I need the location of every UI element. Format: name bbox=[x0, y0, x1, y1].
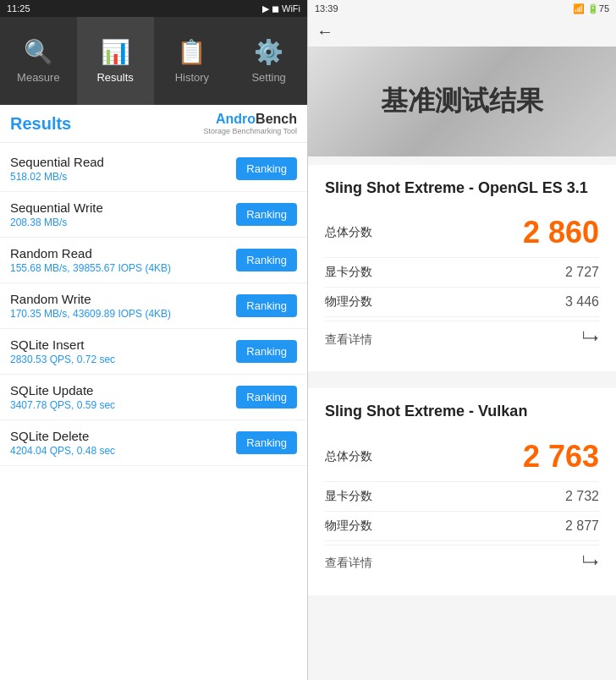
bench-random-write: Random Write 170.35 MB/s, 43609.89 IOPS … bbox=[0, 283, 307, 329]
bench-info-rand-write: Random Write 170.35 MB/s, 43609.89 IOPS … bbox=[10, 292, 171, 320]
logo-sub: Storage Benchmarking Tool bbox=[204, 127, 297, 135]
time-right: 13:39 bbox=[315, 3, 338, 14]
bench-sqlite-delete: SQLite Delete 4204.04 QPS, 0.48 sec Rank… bbox=[0, 420, 307, 466]
score-row-total-opengl: 总体分数 2 860 bbox=[325, 208, 599, 258]
ranking-btn-sqlite-update[interactable]: Ranking bbox=[236, 386, 297, 409]
score-card-title-vulkan: Sling Shot Extreme - Vulkan bbox=[325, 402, 599, 421]
nav-setting[interactable]: ⚙️ Setting bbox=[230, 17, 307, 105]
back-bar: ← bbox=[308, 17, 616, 47]
score-label-total-vulkan: 总体分数 bbox=[325, 449, 372, 464]
score-row-gpu-opengl: 显卡分数 2 727 bbox=[325, 258, 599, 288]
nav-results[interactable]: 📊 Results bbox=[77, 17, 154, 105]
left-panel: 11:25 ▶ ◼ WiFi 🔍 Measure 📊 Results 📋 His… bbox=[0, 0, 308, 680]
ranking-btn-sqlite-delete[interactable]: Ranking bbox=[236, 431, 297, 454]
bench-value-seq-write: 208.38 MB/s bbox=[10, 217, 103, 228]
bench-value-sqlite-update: 3407.78 QPS, 0.59 sec bbox=[10, 399, 115, 411]
signal-left: ▶ ◼ WiFi bbox=[262, 3, 300, 14]
score-label-total-opengl: 总体分数 bbox=[325, 225, 372, 240]
ranking-btn-sqlite-insert[interactable]: Ranking bbox=[236, 340, 297, 363]
bench-info-seq-write: Sequential Write 208.38 MB/s bbox=[10, 200, 103, 228]
setting-icon: ⚙️ bbox=[254, 38, 283, 66]
signal-right: 📶 🔋75 bbox=[573, 3, 609, 14]
hero-section: 基准测试结果 bbox=[308, 47, 616, 156]
bench-name-seq-write: Sequential Write bbox=[10, 200, 103, 215]
score-value-gpu-vulkan: 2 732 bbox=[565, 489, 599, 504]
score-card-title-opengl: Sling Shot Extreme - OpenGL ES 3.1 bbox=[325, 178, 599, 198]
ranking-btn-seq-read[interactable]: Ranking bbox=[236, 157, 297, 180]
nav-setting-label: Setting bbox=[251, 71, 285, 84]
bench-sqlite-insert: SQLite Insert 2830.53 QPS, 0.72 sec Rank… bbox=[0, 329, 307, 375]
ranking-btn-rand-write[interactable]: Ranking bbox=[236, 294, 297, 317]
bench-sqlite-update: SQLite Update 3407.78 QPS, 0.59 sec Rank… bbox=[0, 375, 307, 420]
score-row-total-vulkan: 总体分数 2 763 bbox=[325, 432, 599, 482]
results-header: Results AndroBench Storage Benchmarking … bbox=[0, 105, 307, 143]
right-panel: 13:39 📶 🔋75 ← 基准测试结果 Sling Shot Extreme … bbox=[308, 0, 616, 680]
score-card-vulkan: Sling Shot Extreme - Vulkan 总体分数 2 763 显… bbox=[308, 388, 616, 595]
status-bar-left: 11:25 ▶ ◼ WiFi bbox=[0, 0, 307, 17]
bench-value-sqlite-insert: 2830.53 QPS, 0.72 sec bbox=[10, 354, 115, 365]
androbench-logo: AndroBench Storage Benchmarking Tool bbox=[204, 112, 297, 135]
detail-label-vulkan[interactable]: 查看详情 bbox=[325, 556, 372, 571]
bench-info-sqlite-insert: SQLite Insert 2830.53 QPS, 0.72 sec bbox=[10, 337, 115, 365]
results-icon: 📊 bbox=[101, 38, 130, 66]
history-icon: 📋 bbox=[177, 38, 206, 66]
score-value-physics-opengl: 3 446 bbox=[565, 294, 599, 310]
bench-random-read: Random Read 155.68 MB/s, 39855.67 IOPS (… bbox=[0, 238, 307, 283]
bench-name-sqlite-update: SQLite Update bbox=[10, 383, 115, 398]
bench-info-seq-read: Sequential Read 518.02 MB/s bbox=[10, 155, 104, 183]
bench-value-rand-write: 170.35 MB/s, 43609.89 IOPS (4KB) bbox=[10, 308, 171, 320]
measure-icon: 🔍 bbox=[24, 38, 53, 66]
bench-name-rand-write: Random Write bbox=[10, 292, 171, 306]
results-title: Results bbox=[10, 114, 71, 134]
score-value-total-opengl: 2 860 bbox=[523, 215, 599, 250]
ranking-btn-seq-write[interactable]: Ranking bbox=[236, 203, 297, 226]
nav-measure[interactable]: 🔍 Measure bbox=[0, 17, 77, 105]
ranking-btn-rand-read[interactable]: Ranking bbox=[236, 249, 297, 271]
detail-label-opengl[interactable]: 查看详情 bbox=[325, 332, 372, 348]
score-label-physics-vulkan: 物理分数 bbox=[325, 518, 372, 534]
nav-measure-label: Measure bbox=[17, 71, 60, 84]
score-row-gpu-vulkan: 显卡分数 2 732 bbox=[325, 482, 599, 512]
back-arrow-icon[interactable]: ← bbox=[316, 22, 333, 41]
bench-value-rand-read: 155.68 MB/s, 39855.67 IOPS (4KB) bbox=[10, 262, 171, 274]
bench-info-sqlite-update: SQLite Update 3407.78 QPS, 0.59 sec bbox=[10, 383, 115, 411]
bench-sequential-write: Sequential Write 208.38 MB/s Ranking bbox=[0, 192, 307, 238]
nav-results-label: Results bbox=[96, 71, 133, 84]
score-value-total-vulkan: 2 763 bbox=[523, 439, 599, 474]
share-icon-vulkan[interactable]: ⮡ bbox=[582, 554, 599, 573]
bench-value-sqlite-delete: 4204.04 QPS, 0.48 sec bbox=[10, 445, 115, 457]
detail-row-opengl: 查看详情 ⮡ bbox=[325, 321, 599, 358]
bench-sequential-read: Sequential Read 518.02 MB/s Ranking bbox=[0, 146, 307, 192]
nav-history[interactable]: 📋 History bbox=[154, 17, 231, 105]
benchmark-list: Sequential Read 518.02 MB/s Ranking Sequ… bbox=[0, 143, 307, 680]
bench-value-seq-read: 518.02 MB/s bbox=[10, 171, 104, 183]
bench-name-sqlite-insert: SQLite Insert bbox=[10, 337, 115, 352]
bench-name-rand-read: Random Read bbox=[10, 246, 171, 260]
score-value-gpu-opengl: 2 727 bbox=[565, 265, 599, 280]
score-label-physics-opengl: 物理分数 bbox=[325, 294, 372, 310]
score-row-physics-vulkan: 物理分数 2 877 bbox=[325, 512, 599, 541]
score-row-physics-opengl: 物理分数 3 446 bbox=[325, 288, 599, 317]
hero-title: 基准测试结果 bbox=[381, 83, 543, 120]
score-label-gpu-opengl: 显卡分数 bbox=[325, 265, 372, 280]
bench-info-sqlite-delete: SQLite Delete 4204.04 QPS, 0.48 sec bbox=[10, 429, 115, 457]
bench-name-sqlite-delete: SQLite Delete bbox=[10, 429, 115, 443]
bench-name-seq-read: Sequential Read bbox=[10, 155, 104, 169]
logo-text: AndroBench bbox=[216, 112, 297, 127]
status-bar-right: 13:39 📶 🔋75 bbox=[308, 0, 616, 17]
bench-info-rand-read: Random Read 155.68 MB/s, 39855.67 IOPS (… bbox=[10, 246, 171, 274]
share-icon-opengl[interactable]: ⮡ bbox=[582, 330, 599, 349]
nav-bar: 🔍 Measure 📊 Results 📋 History ⚙️ Setting bbox=[0, 17, 307, 105]
time-left: 11:25 bbox=[7, 3, 30, 14]
detail-row-vulkan: 查看详情 ⮡ bbox=[325, 545, 599, 582]
nav-history-label: History bbox=[175, 71, 209, 84]
score-label-gpu-vulkan: 显卡分数 bbox=[325, 489, 372, 504]
score-value-physics-vulkan: 2 877 bbox=[565, 518, 599, 534]
score-card-opengl: Sling Shot Extreme - OpenGL ES 3.1 总体分数 … bbox=[308, 165, 616, 371]
